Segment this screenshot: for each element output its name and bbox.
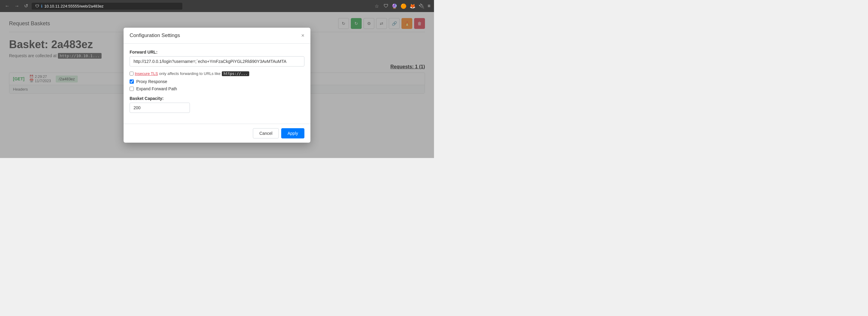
basket-capacity-group: Basket Capacity: [130,96,304,113]
browser-chrome: ← → ↺ 🛡 ℹ 10.10.11.224:55555/web/2a483ez… [0,0,434,12]
https-badge: https://... [222,71,249,76]
modal-title: Configuration Settings [130,33,180,38]
page-background: Request Baskets ↻ ↻ ⚙ ⇄ 🔗 🔥 🗑 Basket: 2a… [0,12,434,158]
extension-icon-5[interactable]: 🔌 [418,3,425,9]
address-bar[interactable]: 🛡 ℹ 10.10.11.224:55555/web/2a483ez [32,3,182,10]
forward-button[interactable]: → [13,2,21,10]
proxy-response-checkbox[interactable] [130,79,134,84]
reload-button[interactable]: ↺ [23,2,29,10]
extension-icon-3[interactable]: 🟠 [401,3,407,9]
modal-backdrop: Configuration Settings × Forward URL: In… [0,12,434,158]
extension-icon-4[interactable]: 🦊 [410,3,415,9]
cancel-button[interactable]: Cancel [253,128,279,138]
forward-url-input[interactable] [130,56,304,67]
expand-forward-path-label: Expand Forward Path [136,86,177,91]
expand-forward-path-row: Expand Forward Path [130,86,304,91]
basket-capacity-input[interactable] [130,103,190,113]
forward-url-label: Forward URL: [130,50,304,55]
extension-icon-2[interactable]: 🔮 [392,3,398,9]
basket-capacity-label: Basket Capacity: [130,96,304,101]
modal-header: Configuration Settings × [124,28,310,44]
info-icon: ℹ [41,4,42,8]
expand-forward-path-checkbox[interactable] [130,87,134,91]
insecure-tls-checkbox[interactable] [130,72,133,75]
modal-footer: Cancel Apply [124,124,310,143]
bookmark-button[interactable]: ☆ [375,3,379,9]
shield-icon: 🛡 [35,4,39,8]
modal-body: Forward URL: Insecure TLS only affects f… [124,44,310,124]
browser-extensions: 🛡 🔮 🟠 🦊 🔌 ≡ [384,3,430,9]
proxy-response-row: Proxy Response [130,79,304,84]
insecure-note: Insecure TLS only affects forwarding to … [130,71,304,76]
insecure-tls-link[interactable]: Insecure TLS [135,71,158,76]
menu-button[interactable]: ≡ [428,3,430,9]
modal-close-button[interactable]: × [301,33,304,38]
url-text: 10.10.11.224:55555/web/2a483ez [44,4,104,8]
forward-url-group: Forward URL: [130,50,304,67]
proxy-response-label: Proxy Response [136,79,167,84]
apply-button[interactable]: Apply [281,128,304,138]
back-button[interactable]: ← [4,2,11,10]
configuration-modal: Configuration Settings × Forward URL: In… [124,28,310,143]
extension-icon-1[interactable]: 🛡 [384,3,389,9]
